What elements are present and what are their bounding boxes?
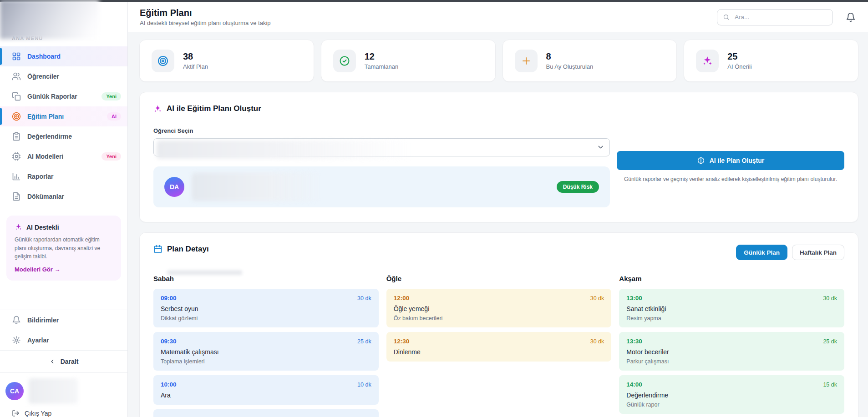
ai-promo-box: AI Destekli Günlük raporlardan otomatik … [6,216,121,281]
plan-column-items: 13:00 30 dk Sanat etkinliği Resim yapma [619,289,844,414]
plan-column-title: Öğle [386,275,612,282]
student-select[interactable] [153,138,610,156]
stat-text: 12 Tamamlanan [365,51,398,70]
search-input[interactable] [734,13,827,21]
selected-student-redacted [157,141,411,159]
stat-label: Aktif Plan [183,63,208,70]
logo-redacted [0,0,99,39]
users-icon [12,72,21,81]
sidebar-item[interactable]: Değerlendirme [0,126,127,146]
plan-item-duration: 15 dk [823,382,837,388]
grid-icon [12,52,21,61]
plan-item-subtitle: Öz bakım becerileri [394,315,604,322]
sidebar-item-badge: Yeni [102,92,121,100]
logout-button[interactable]: Çıkış Yap [0,406,127,417]
plan-item-time: 09:00 [161,295,177,301]
ai-section-body: Öğrenci Seçin DA Düşük Risk AI ile Plan [153,126,844,207]
student-avatar: DA [164,177,184,197]
sparkles-icon [153,105,162,113]
stat-card: 38 Aktif Plan [139,40,314,82]
check-circle-icon [339,55,350,66]
see-models-link[interactable]: Modelleri Gör → [15,266,113,273]
plan-item-title: Matematik çalışması [161,348,371,356]
sidebar-spacer [0,281,127,310]
calendar-icon [153,245,162,254]
stat-icon-tile [696,50,719,72]
sparkles-icon [15,223,22,231]
plan-section-header: Plan Detayı Günlük Plan Haftalık Plan [153,245,844,260]
plan-item-top-row: 13:30 25 dk [626,338,837,345]
stat-label: Tamamlanan [365,63,398,70]
sidebar-item-badge: Yeni [102,152,121,161]
plan-column: Öğle 12:00 30 dk Öğle yemeği Öz bakım be… [386,275,612,417]
stats-row: 38 Aktif Plan 12 Tamamlanan [139,40,858,82]
bell-icon [12,316,21,325]
sidebar-item-badge: AI [107,112,121,121]
sidebar-item[interactable]: Raporlar [0,166,127,186]
collapse-label: Daralt [61,358,79,365]
plan-item-title: Değerlendirme [626,392,837,399]
sidebar-item[interactable]: Eğitim Planı AI [0,106,127,126]
sidebar-item-label: Öğrenciler [27,73,59,80]
plan-item: 13:30 25 dk Motor beceriler Parkur çalış… [619,332,844,371]
stat-text: 38 Aktif Plan [183,51,208,70]
sidebar-item[interactable]: Dökümanlar [0,186,127,206]
plan-item-top-row: 13:00 30 dk [626,295,837,301]
generate-plan-button-label: AI ile Plan Oluştur [710,157,765,164]
plan-column-items: 12:00 30 dk Öğle yemeği Öz bakım beceril… [386,289,612,362]
search-icon [723,14,730,20]
plan-item-title: Öğle yemeği [394,305,604,312]
plus-icon [521,55,532,66]
copy-icon [12,92,21,101]
brain-icon [697,156,705,165]
plan-item: 12:30 30 dk Dinlenme [386,332,612,362]
plan-item: 13:00 30 dk Sanat etkinliği Resim yapma [619,289,844,327]
plan-item-time: 10:00 [161,381,177,388]
sidebar-item-label: Dökümanlar [27,193,64,200]
plan-item-duration: 30 dk [823,295,837,301]
plan-title-row: Plan Detayı [153,245,209,254]
search-box[interactable] [717,9,833,25]
sidebar-footer-item[interactable]: Ayarlar [0,330,127,350]
sidebar-item[interactable]: AI Modelleri Yeni [0,146,127,166]
plan-item-subtitle: Dikkat gözlemi [161,315,371,322]
plan-subtitle-redacted [167,270,242,275]
target-icon [12,112,21,121]
sidebar-item[interactable]: Günlük Raporlar Yeni [0,86,127,106]
plan-view-switch: Günlük Plan Haftalık Plan [736,245,844,260]
plan-detail-section: Plan Detayı Günlük Plan Haftalık Plan Sa… [139,232,858,417]
sidebar-footer-item-label: Bildirimler [27,317,59,324]
stat-card: 12 Tamamlanan [321,40,496,82]
plan-column-title: Sabah [153,275,379,282]
daily-plan-button[interactable]: Günlük Plan [736,245,787,260]
ai-promo-title: AI Destekli [26,224,59,231]
student-select-column: Öğrenci Seçin DA Düşük Risk [153,126,610,207]
notifications-bell-button[interactable] [846,12,856,22]
stat-label: AI Önerili [727,63,751,70]
app-window: ANA MENÜ Dashboard Öğrenciler Günlük Rap… [0,0,868,417]
weekly-plan-button[interactable]: Haftalık Plan [792,245,844,260]
stat-card: 25 AI Önerili [684,40,858,82]
logout-icon [12,409,20,417]
stat-text: 8 Bu Ay Oluşturulan [546,51,594,70]
stat-icon-tile [333,50,356,72]
generate-plan-button[interactable]: AI ile Plan Oluştur [617,151,844,170]
sparkles-icon [702,55,713,66]
sidebar-item-label: Değerlendirme [27,133,72,140]
plan-item-partial [153,409,379,417]
plan-item-duration: 30 dk [590,295,604,301]
ai-section-header: AI ile Eğitim Planı Oluştur [153,104,844,113]
sidebar: ANA MENÜ Dashboard Öğrenciler Günlük Rap… [0,0,128,417]
plan-columns: Sabah 09:00 30 dk Serbest oyun Dikkat gö… [153,275,844,417]
plan-item-duration: 10 dk [357,382,371,388]
collapse-sidebar-button[interactable]: Daralt [0,351,127,372]
user-profile-row[interactable]: CA [0,373,127,406]
cpu-icon [12,152,21,161]
plan-item-duration: 25 dk [823,338,837,345]
plan-item-time: 12:00 [394,295,410,301]
sidebar-item[interactable]: Dashboard [0,46,127,66]
sidebar-item[interactable]: Öğrenciler [0,66,127,86]
sidebar-footer-item[interactable]: Bildirimler [0,310,127,330]
page-title: Eğitim Planı [140,8,271,18]
generate-plan-caption: Günlük raporlar ve geçmiş veriler analiz… [617,176,844,182]
